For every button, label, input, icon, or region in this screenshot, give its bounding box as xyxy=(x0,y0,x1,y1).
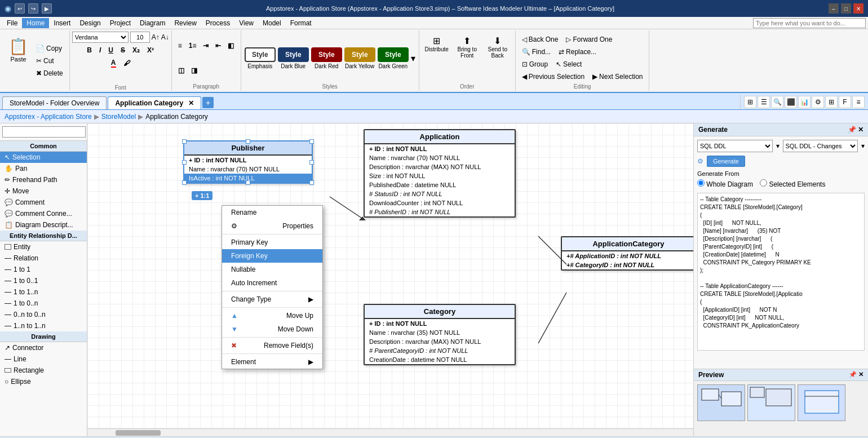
style-emphasis-button[interactable]: Style xyxy=(245,47,276,62)
menu-format[interactable]: Format xyxy=(286,18,316,28)
menu-project[interactable]: Project xyxy=(105,18,135,28)
close-tab-icon[interactable]: ✕ xyxy=(188,99,194,107)
cat-field-0[interactable]: + ID : int NOT NULL xyxy=(365,319,515,328)
style-dark-green-button[interactable]: Style xyxy=(378,47,409,62)
app-field-3[interactable]: Size : int NOT NULL xyxy=(365,171,515,180)
app-field-5[interactable]: # StatusID : int NOT NULL xyxy=(365,189,515,198)
list-bullet-button[interactable]: ≡ xyxy=(175,41,185,51)
tool-1nto1n[interactable]: — 1..n to 1..n xyxy=(0,320,87,331)
diagram-tb-btn-5[interactable]: 📊 xyxy=(798,96,811,108)
generate-button[interactable]: Generate xyxy=(707,156,745,167)
publisher-entity[interactable]: Publisher + ID : int NOT NULL Name : nva… xyxy=(183,140,313,184)
diagram-tb-btn-2[interactable]: ☰ xyxy=(758,96,770,108)
ctx-foreign-key[interactable]: Foreign Key xyxy=(222,249,322,263)
quick-run[interactable]: ▶ xyxy=(42,3,52,14)
whole-diagram-radio[interactable] xyxy=(697,179,705,187)
breadcrumb-item-0[interactable]: Appstorex - Application Store xyxy=(5,113,92,121)
tool-1to1[interactable]: — 1 to 1 xyxy=(0,264,87,275)
preview-thumb-1[interactable] xyxy=(747,384,795,421)
distribute-button[interactable]: ⊞ Distribute xyxy=(423,34,451,60)
indent-more-button[interactable]: ⇥ xyxy=(200,41,211,51)
quick-undo[interactable]: ↩ xyxy=(15,3,25,14)
close-btn[interactable]: ✕ xyxy=(853,3,863,14)
select-button[interactable]: ↖ Select xyxy=(553,59,584,70)
sql-ddl-select[interactable]: SQL DDL xyxy=(697,140,773,152)
maximize-btn[interactable]: □ xyxy=(841,3,851,14)
superscript-button[interactable]: X² xyxy=(144,45,157,55)
tool-pan[interactable]: ✋ Pan xyxy=(0,163,87,174)
panel-close-icon[interactable]: ✕ xyxy=(858,126,863,134)
highlight-button[interactable]: 🖌 xyxy=(121,58,133,68)
font-grow-icon[interactable]: A↑ xyxy=(152,33,160,41)
font-color-button[interactable]: A xyxy=(108,57,119,69)
preview-thumb-2[interactable] xyxy=(798,384,845,421)
sql-ddl-changes-select[interactable]: SQL DDL - Changes xyxy=(783,140,858,152)
bold-button[interactable]: B xyxy=(84,45,95,55)
underline-button[interactable]: U xyxy=(105,45,116,55)
tool-freehand[interactable]: ✏ Freehand Path xyxy=(0,174,87,185)
copy-button[interactable]: 📄 Copy xyxy=(33,43,66,54)
ctx-rename[interactable]: Rename xyxy=(222,206,322,219)
diagram-tb-btn-9[interactable]: ≡ xyxy=(852,96,865,108)
list-number-button[interactable]: 1≡ xyxy=(186,41,200,51)
cat-field-3[interactable]: # ParentCategoryID : int NOT NULL xyxy=(365,346,515,355)
menu-diagram[interactable]: Diagram xyxy=(135,18,170,28)
app-field-0[interactable]: + ID : int NOT NULL xyxy=(365,144,515,153)
style-dark-blue-button[interactable]: Style xyxy=(278,47,309,62)
tool-selection[interactable]: ↖ Selection xyxy=(0,152,87,163)
subscript-button[interactable]: X₂ xyxy=(130,45,143,55)
align-right-button[interactable]: ◨ xyxy=(188,65,200,76)
tool-line[interactable]: — Line xyxy=(0,353,87,365)
add-tab-button[interactable]: + xyxy=(202,97,214,108)
strikethrough-button[interactable]: S xyxy=(118,45,128,55)
panel-pin-icon[interactable]: 📌 xyxy=(848,126,856,134)
diagram-tb-btn-1[interactable]: ⊞ xyxy=(744,96,756,108)
menu-home[interactable]: Home xyxy=(22,18,49,28)
application-entity[interactable]: Application + ID : int NOT NULL Name : n… xyxy=(364,129,516,218)
selected-elements-radio[interactable] xyxy=(760,179,767,187)
app-field-7[interactable]: # PublisherID : int NOT NULL xyxy=(365,207,515,216)
diagram-tb-btn-3[interactable]: 🔍 xyxy=(771,96,783,108)
ctx-nullable[interactable]: Nullable xyxy=(222,263,322,276)
styles-more-button[interactable]: ▾ xyxy=(411,53,415,64)
tool-comment[interactable]: 💬 Comment xyxy=(0,197,87,208)
replace-button[interactable]: ⇄ Replace... xyxy=(556,46,599,57)
forward-one-button[interactable]: ▷ Forward One xyxy=(563,34,615,45)
tool-1to01[interactable]: — 1 to 0..1 xyxy=(0,275,87,286)
bring-to-front-button[interactable]: ⬆ Bring toFront xyxy=(453,34,481,60)
category-entity[interactable]: Category + ID : int NOT NULL Name : nvar… xyxy=(364,304,516,365)
left-search-input[interactable] xyxy=(2,126,86,138)
tool-0nto0n[interactable]: — 0..n to 0..n xyxy=(0,309,87,320)
ctx-change-type[interactable]: Change Type ▶ xyxy=(222,293,322,306)
menu-insert[interactable]: Insert xyxy=(49,18,75,28)
delete-button[interactable]: ✖ Delete xyxy=(33,68,66,79)
prev-selection-button[interactable]: ◀ Previous Selection xyxy=(519,71,587,82)
next-selection-button[interactable]: ▶ Next Selection xyxy=(590,71,645,82)
tool-ellipse[interactable]: ○ Ellipse xyxy=(0,376,87,387)
h-scrollbar[interactable] xyxy=(87,428,693,436)
appcategory-field-1[interactable]: +# CategoryID : int NOT NULL xyxy=(562,260,693,269)
paste-button[interactable]: 📋 Paste xyxy=(6,32,31,68)
tool-rectangle[interactable]: Rectangle xyxy=(0,365,87,376)
cat-field-4[interactable]: CreationDate : datetime NOT NULL xyxy=(365,355,515,364)
ctx-auto-increment[interactable]: Auto Increment xyxy=(222,276,322,290)
tool-entity[interactable]: Entity xyxy=(0,241,87,253)
ctx-element[interactable]: Element ▶ xyxy=(222,355,322,369)
selected-elements-option[interactable]: Selected Elements xyxy=(760,179,825,188)
menu-process[interactable]: Process xyxy=(201,18,234,28)
find-button[interactable]: 🔍 Find... xyxy=(519,46,553,57)
diagram-tb-btn-4[interactable]: ⬛ xyxy=(785,96,797,108)
font-shrink-icon[interactable]: A↓ xyxy=(161,33,169,41)
tool-1to0n[interactable]: — 1 to 0..n xyxy=(0,298,87,309)
diagram-tb-btn-8[interactable]: F xyxy=(839,96,851,108)
align-center-button[interactable]: ◫ xyxy=(175,65,187,76)
italic-button[interactable]: I xyxy=(96,45,104,55)
menu-file[interactable]: File xyxy=(2,18,22,28)
h-scroll-thumb[interactable] xyxy=(116,430,161,436)
menu-model[interactable]: Model xyxy=(258,18,286,28)
app-field-1[interactable]: Name : nvarchar (70) NOT NULL xyxy=(365,153,515,162)
app-field-2[interactable]: Description : nvarchar (MAX) NOT NULL xyxy=(365,162,515,171)
preview-close-icon[interactable]: ✕ xyxy=(858,371,863,379)
diagram-tb-btn-6[interactable]: ⚙ xyxy=(812,96,824,108)
style-dark-yellow-button[interactable]: Style xyxy=(344,47,375,62)
